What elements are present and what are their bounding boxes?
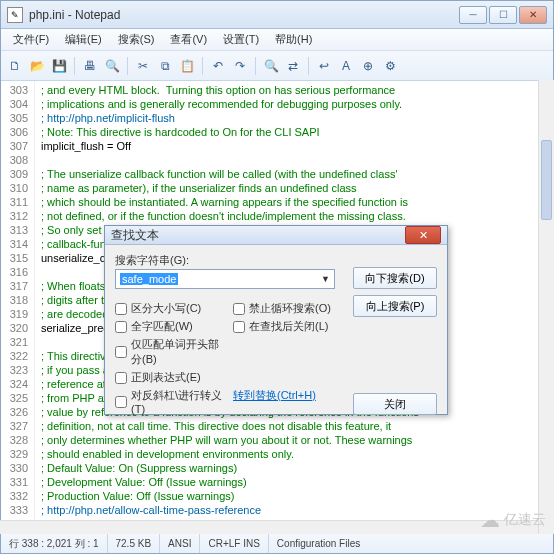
menu-help[interactable]: 帮助(H) xyxy=(269,30,318,49)
status-size: 72.5 KB xyxy=(108,534,161,553)
menu-search[interactable]: 搜索(S) xyxy=(112,30,161,49)
search-value: safe_mode xyxy=(120,273,178,285)
line-gutter: 3033043053063073083093103113123133143153… xyxy=(1,81,35,533)
find-next-button[interactable]: 向下搜索(D) xyxy=(353,267,437,289)
new-icon[interactable]: 🗋 xyxy=(5,56,25,76)
window-title: php.ini - Notepad xyxy=(29,8,459,22)
app-icon: ✎ xyxy=(7,7,23,23)
open-icon[interactable]: 📂 xyxy=(27,56,47,76)
status-enc: ANSI xyxy=(160,534,200,553)
status-extra: Configuration Files xyxy=(269,534,553,553)
statusbar: 行 338 : 2,021 列 : 1 72.5 KB ANSI CR+LF I… xyxy=(1,533,553,553)
redo-icon[interactable]: ↷ xyxy=(230,56,250,76)
status-pos: 行 338 : 2,021 列 : 1 xyxy=(1,534,108,553)
search-input[interactable]: safe_mode ▼ xyxy=(115,269,335,289)
menu-settings[interactable]: 设置(T) xyxy=(217,30,265,49)
wordwrap-icon[interactable]: ↩ xyxy=(314,56,334,76)
goto-replace-link[interactable]: 转到替换(Ctrl+H) xyxy=(233,388,347,415)
dialog-close-button[interactable]: ✕ xyxy=(405,226,441,244)
titlebar: ✎ php.ini - Notepad ─ ☐ ✕ xyxy=(1,1,553,29)
undo-icon[interactable]: ↶ xyxy=(208,56,228,76)
minimize-button[interactable]: ─ xyxy=(459,6,487,24)
menubar: 文件(F) 编辑(E) 搜索(S) 查看(V) 设置(T) 帮助(H) xyxy=(1,29,553,51)
opt-escape[interactable]: 对反斜杠\进行转义(T) xyxy=(115,388,229,415)
opt-case[interactable]: 区分大小写(C) xyxy=(115,301,229,316)
close-button[interactable]: ✕ xyxy=(519,6,547,24)
settings-icon[interactable]: ⚙ xyxy=(380,56,400,76)
copy-icon[interactable]: ⧉ xyxy=(155,56,175,76)
dialog-titlebar: 查找文本 ✕ xyxy=(105,226,447,245)
opt-wordstart[interactable]: 仅匹配单词开头部分(B) xyxy=(115,337,229,367)
zoom-icon[interactable]: ⊕ xyxy=(358,56,378,76)
maximize-button[interactable]: ☐ xyxy=(489,6,517,24)
find-icon[interactable]: 🔍 xyxy=(261,56,281,76)
print-icon[interactable]: 🖶 xyxy=(80,56,100,76)
chevron-down-icon[interactable]: ▼ xyxy=(321,274,330,284)
status-eol: CR+LF INS xyxy=(200,534,268,553)
menu-edit[interactable]: 编辑(E) xyxy=(59,30,108,49)
opt-whole[interactable]: 全字匹配(W) xyxy=(115,319,229,334)
scroll-thumb[interactable] xyxy=(541,140,552,220)
replace-icon[interactable]: ⇄ xyxy=(283,56,303,76)
find-dialog: 查找文本 ✕ 搜索字符串(G): safe_mode ▼ 区分大小写(C) 禁止… xyxy=(104,225,448,415)
find-prev-button[interactable]: 向上搜索(P) xyxy=(353,295,437,317)
menu-file[interactable]: 文件(F) xyxy=(7,30,55,49)
horizontal-scrollbar[interactable] xyxy=(0,520,538,534)
opt-noloop[interactable]: 禁止循环搜索(O) xyxy=(233,301,347,316)
opt-regex[interactable]: 正则表达式(E) xyxy=(115,370,229,385)
search-label: 搜索字符串(G): xyxy=(115,253,189,268)
preview-icon[interactable]: 🔍 xyxy=(102,56,122,76)
opt-curronly[interactable]: 在查找后关闭(L) xyxy=(233,319,347,334)
font-icon[interactable]: A xyxy=(336,56,356,76)
toolbar: 🗋 📂 💾 🖶 🔍 ✂ ⧉ 📋 ↶ ↷ 🔍 ⇄ ↩ A ⊕ ⚙ xyxy=(1,51,553,81)
menu-view[interactable]: 查看(V) xyxy=(164,30,213,49)
dialog-title: 查找文本 xyxy=(111,227,405,244)
cut-icon[interactable]: ✂ xyxy=(133,56,153,76)
dialog-close-btn[interactable]: 关闭 xyxy=(353,393,437,415)
vertical-scrollbar[interactable] xyxy=(538,80,554,534)
paste-icon[interactable]: 📋 xyxy=(177,56,197,76)
save-icon[interactable]: 💾 xyxy=(49,56,69,76)
